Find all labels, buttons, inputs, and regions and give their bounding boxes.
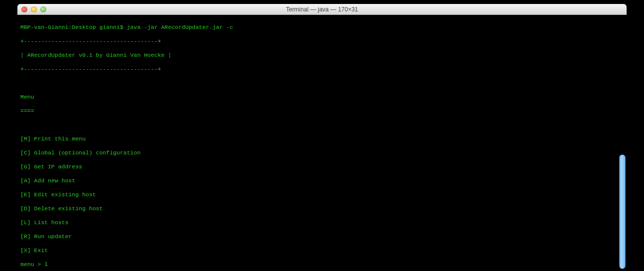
traffic-lights [17,6,46,12]
terminal-window: Terminal — java — 170×31 MBP-van-Gianni:… [17,4,627,271]
header-title: | ARecordUpdater v0.1 by Gianni Van Hoec… [20,52,624,59]
menu-item: [X] Exit [20,247,624,254]
menu-title: Menu [20,94,624,101]
vertical-scrollbar[interactable] [619,154,626,269]
menu-item: [L] List hosts [20,219,624,226]
window-title: Terminal — java — 170×31 [17,6,627,13]
menu-item: [D] Delete existing host [20,205,624,212]
prompt-line: MBP-van-Gianni:Desktop gianni$ java -jar… [20,24,624,31]
terminal-output[interactable]: MBP-van-Gianni:Desktop gianni$ java -jar… [20,17,624,271]
header-border: +---------------------------------------… [20,66,624,73]
menu-prompt: menu > l [20,261,624,268]
menu-item: [A] Add new host [20,177,624,184]
header-border: +---------------------------------------… [20,38,624,45]
menu-underline: ==== [20,108,624,115]
menu-item: [G] Get IP address [20,163,624,170]
menu-item: [R] Run updater [20,233,624,240]
close-button[interactable] [21,6,27,12]
menu-item: [E] Edit existing host [20,191,624,198]
menu-item: [M] Print this menu [20,136,624,142]
menu-item: [C] Global (optional) configuration [20,149,624,156]
terminal-body[interactable]: MBP-van-Gianni:Desktop gianni$ java -jar… [17,15,627,271]
zoom-button[interactable] [40,6,46,12]
minimize-button[interactable] [31,6,37,12]
window-titlebar[interactable]: Terminal — java — 170×31 [17,4,627,15]
